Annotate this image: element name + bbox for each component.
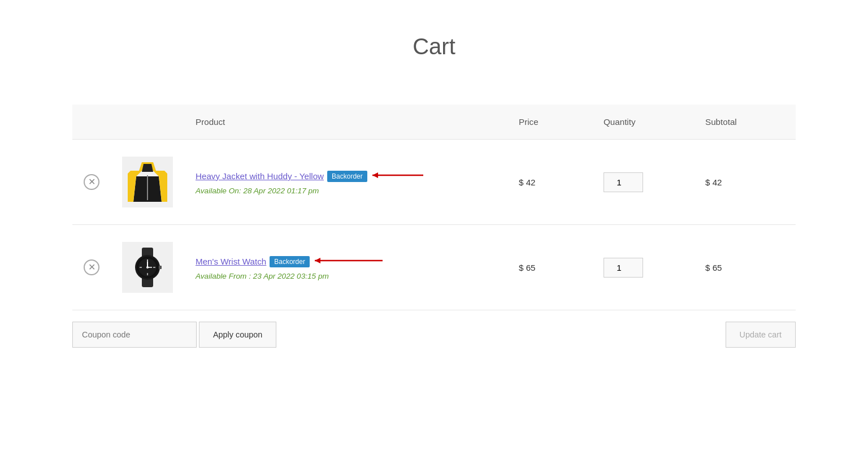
product-info-cell-jacket: Heavy Jacket with Huddy - Yellow Backord… (184, 140, 507, 225)
product-link-jacket[interactable]: Heavy Jacket with Huddy - Yellow (196, 171, 324, 181)
cart-footer: Apply coupon Update cart (72, 310, 796, 359)
coupon-section: Apply coupon (72, 322, 276, 348)
subtotal-cell-jacket: $ 42 (694, 140, 796, 225)
subtotal-cell-watch: $ 65 (694, 225, 796, 310)
remove-cell-watch: ✕ (72, 225, 111, 310)
arrow-indicator-watch (312, 255, 385, 269)
product-thumb-watch (122, 242, 173, 293)
coupon-input[interactable] (72, 322, 197, 348)
qty-input-watch[interactable] (604, 258, 643, 278)
col-header-subtotal: Subtotal (694, 105, 796, 140)
product-name-row-watch: Men's Wrist Watch Backorder (196, 255, 496, 269)
qty-cell-jacket (592, 140, 694, 225)
thumbnail-cell-watch (111, 225, 184, 310)
jacket-image (125, 159, 170, 205)
svg-rect-22 (159, 266, 162, 269)
product-info-cell-watch: Men's Wrist Watch Backorder Available Fr… (184, 225, 507, 310)
svg-marker-5 (142, 164, 153, 172)
available-text-watch: Available From : 23 Apr 2022 03:15 pm (196, 272, 496, 280)
qty-input-jacket[interactable] (604, 172, 643, 192)
apply-coupon-button[interactable]: Apply coupon (199, 322, 276, 348)
thumbnail-cell-jacket (111, 140, 184, 225)
table-row: ✕ (72, 225, 796, 310)
col-header-quantity: Quantity (592, 105, 694, 140)
backorder-badge-jacket: Backorder (327, 171, 367, 182)
product-info-jacket: Heavy Jacket with Huddy - Yellow Backord… (196, 170, 496, 195)
svg-marker-24 (315, 258, 320, 263)
cart-table: Product Price Quantity Subtotal ✕ (72, 105, 796, 310)
col-header-remove (72, 105, 111, 140)
col-header-product: Product (184, 105, 507, 140)
remove-button-watch[interactable]: ✕ (84, 259, 99, 275)
col-header-thumb (111, 105, 184, 140)
page-title: Cart (0, 0, 868, 105)
available-text-jacket: Available On: 28 Apr 2022 01:17 pm (196, 187, 496, 195)
product-link-watch[interactable]: Men's Wrist Watch (196, 257, 266, 266)
col-header-price: Price (507, 105, 592, 140)
backorder-badge-watch: Backorder (270, 256, 310, 267)
remove-cell: ✕ (72, 140, 111, 225)
price-cell-jacket: $ 42 (507, 140, 592, 225)
remove-button-jacket[interactable]: ✕ (84, 174, 99, 190)
svg-marker-8 (372, 172, 378, 178)
qty-cell-watch (592, 225, 694, 310)
svg-point-21 (146, 266, 149, 269)
watch-image (125, 245, 170, 290)
table-row: ✕ (72, 140, 796, 225)
product-info-watch: Men's Wrist Watch Backorder Available Fr… (196, 255, 496, 280)
price-cell-watch: $ 65 (507, 225, 592, 310)
arrow-indicator-jacket (370, 170, 426, 183)
product-name-row-jacket: Heavy Jacket with Huddy - Yellow Backord… (196, 170, 496, 183)
update-cart-button[interactable]: Update cart (726, 322, 796, 348)
product-thumb-jacket (122, 157, 173, 207)
